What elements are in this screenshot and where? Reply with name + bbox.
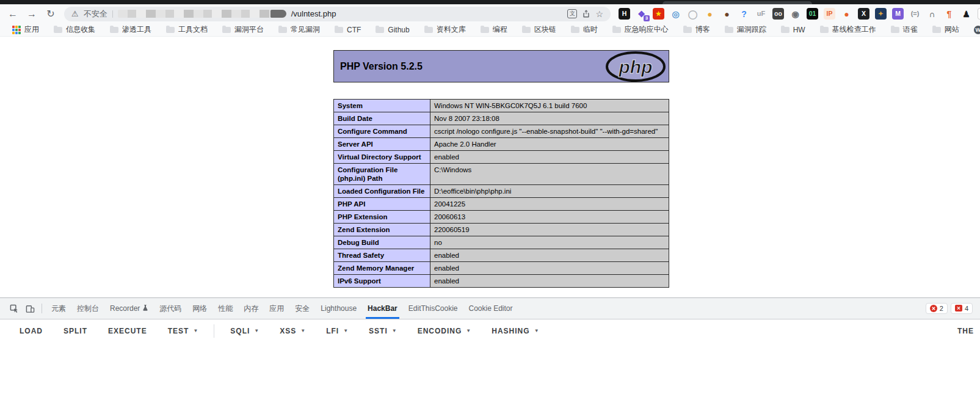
bookmark-item[interactable]: 渗透工具	[103, 24, 159, 35]
devtools-tab-recorder[interactable]: Recorder	[104, 298, 154, 319]
hackbar-item-label: LOAD	[20, 327, 43, 335]
bookmark-label: 区块链	[534, 24, 556, 35]
phpinfo-row-value: C:\Windows	[430, 164, 669, 185]
phpinfo-row-value: 20041225	[430, 198, 669, 211]
hackbar-item-label: HASHING	[492, 327, 529, 335]
back-icon[interactable]: ←	[7, 9, 18, 20]
bookmark-item[interactable]: 资料文库	[417, 24, 473, 35]
h-extension-icon[interactable]: H	[619, 8, 630, 20]
ring-extension-icon[interactable]: ◯	[687, 8, 699, 20]
phpinfo-row-value: Nov 8 2007 23:18:08	[430, 112, 669, 125]
pilcrow-proxy-extension-icon[interactable]: ¶	[943, 8, 955, 20]
devtools-tab-editthiscookie[interactable]: EditThisCookie	[403, 298, 463, 319]
mail-extension-icon[interactable]: M	[892, 8, 904, 20]
devtools-tab-控制台[interactable]: 控制台	[71, 298, 104, 319]
ip-extension-icon[interactable]: IP	[824, 8, 835, 20]
hackbar-test-menu[interactable]: TEST▼	[168, 327, 198, 335]
bookmark-item[interactable]: 信息收集	[46, 24, 103, 35]
figure-extension-icon[interactable]: ♙	[978, 8, 980, 20]
hackbar-split-button[interactable]: SPLIT	[64, 327, 87, 335]
hackbar-sqli-menu[interactable]: SQLI▼	[230, 327, 259, 335]
devtools-tab-内存[interactable]: 内存	[238, 298, 264, 319]
binary-extension-icon[interactable]: 01	[807, 8, 818, 20]
hackbar-item-label: TEST	[168, 327, 189, 335]
orange-ball-extension-icon[interactable]: ●	[841, 8, 852, 20]
hat-extension-icon[interactable]: ∩	[926, 8, 938, 20]
cn-flag-extension-icon[interactable]: ★	[653, 8, 664, 20]
bookmark-item[interactable]: 基线检查工作	[813, 24, 884, 35]
bookmark-item[interactable]: 网站	[925, 24, 967, 35]
bookmark-item[interactable]: 漏洞平台	[215, 24, 271, 35]
redacted-host-end	[270, 10, 286, 18]
reload-icon[interactable]: ↻	[45, 8, 56, 20]
share-icon[interactable]	[582, 9, 590, 19]
bookmark-item[interactable]: 编程	[473, 24, 515, 35]
uf-extension-icon[interactable]: uF	[755, 8, 767, 20]
devtools-tab-元素[interactable]: 元素	[46, 298, 71, 319]
hackbar-xss-menu[interactable]: XSS▼	[280, 327, 305, 335]
cookie-dark-extension-icon[interactable]: ●	[721, 8, 733, 20]
cookie-light-extension-icon[interactable]: ●	[704, 8, 716, 20]
hackbar-encoding-menu[interactable]: ENCODING▼	[418, 327, 471, 335]
phpinfo-row: Thread Safetyenabled	[334, 249, 669, 262]
devtools-tab-安全[interactable]: 安全	[289, 298, 315, 319]
hackbar-load-button[interactable]: LOAD	[20, 327, 43, 335]
devtools-tab-label: 安全	[295, 304, 310, 314]
layers-extension-icon[interactable]: ❖3	[636, 8, 647, 20]
devtools-tab-label: EditThisCookie	[408, 304, 458, 313]
device-toolbar-icon[interactable]	[22, 304, 38, 313]
folder-icon	[335, 27, 343, 33]
devtools-tab-cookie-editor[interactable]: Cookie Editor	[463, 298, 518, 319]
folder-icon	[376, 27, 384, 33]
issues-badge[interactable]: 4	[951, 303, 973, 314]
bookmark-item[interactable]: 应用	[5, 24, 46, 35]
hackbar-hashing-menu[interactable]: HASHING▼	[492, 327, 539, 335]
bookmark-item[interactable]: Github	[368, 26, 416, 34]
bookmark-star-icon[interactable]: ☆	[595, 10, 603, 18]
bookmark-item[interactable]: 应急响应中心	[605, 24, 676, 35]
devtools-tab-性能[interactable]: 性能	[212, 298, 238, 319]
question-extension-icon[interactable]: ?	[738, 8, 750, 20]
bookmark-item[interactable]: CTF	[327, 26, 368, 34]
devtools-tab-源代码[interactable]: 源代码	[154, 298, 187, 319]
bookmark-item[interactable]: 语雀	[884, 24, 925, 35]
braces-extension-icon[interactable]: (=)	[909, 8, 921, 20]
folder-icon	[612, 27, 621, 33]
translate-icon[interactable]: 文	[567, 9, 577, 18]
hackbar-item-label: SQLI	[230, 327, 250, 335]
url-bar[interactable]: ⚠ 不安全 /vulntest.php 文 ☆	[64, 7, 611, 21]
devtools-tab-网络[interactable]: 网络	[187, 298, 212, 319]
bookmark-item[interactable]: 常见漏洞	[271, 24, 327, 35]
hackbar-separator	[214, 324, 214, 338]
bookmark-label: 工具文档	[178, 24, 208, 35]
bookmark-item[interactable]: 临时	[564, 24, 605, 35]
inspect-element-icon[interactable]	[6, 304, 22, 313]
forward-icon[interactable]: →	[26, 9, 37, 20]
bookmark-item[interactable]: 区块链	[515, 24, 564, 35]
bookmark-item[interactable]: 工具文档	[159, 24, 215, 35]
php-logo-icon: php	[605, 51, 666, 82]
x-extension-icon[interactable]: X	[858, 8, 869, 20]
bookmark-item[interactable]: 博客	[676, 24, 717, 35]
phpinfo-row-value: Apache 2.0 Handler	[430, 138, 669, 151]
bookmark-item[interactable]: HW	[774, 26, 813, 34]
devtools-tab-应用[interactable]: 应用	[264, 298, 289, 319]
bookmark-item[interactable]: W添加新网址 ‹ PeiQi...	[967, 24, 980, 35]
hackbar-ssti-menu[interactable]: SSTI▼	[369, 327, 397, 335]
devtools-tab-lighthouse[interactable]: Lighthouse	[315, 298, 362, 319]
hackbar-lfi-menu[interactable]: LFI▼	[326, 327, 348, 335]
console-errors-badge[interactable]: 2	[926, 303, 948, 314]
hackbar-execute-button[interactable]: EXECUTE	[108, 327, 147, 335]
hackbar-theme-button[interactable]: THE	[957, 327, 974, 335]
ninja-extension-icon[interactable]: ♟	[960, 8, 972, 20]
devtools-tab-hackbar[interactable]: HackBar	[362, 298, 403, 319]
shield-extension-icon[interactable]: ✦	[875, 8, 887, 20]
pin-extension-icon[interactable]: ◎	[670, 8, 681, 20]
bookmark-item[interactable]: 漏洞跟踪	[717, 24, 774, 35]
devtools-tab-label: 控制台	[77, 304, 99, 314]
spy-glasses-extension-icon[interactable]: oo	[772, 8, 784, 20]
phpinfo-row: Configure Commandcscript /nologo configu…	[334, 125, 669, 138]
phpinfo-row: Configuration File (php.ini) PathC:\Wind…	[334, 164, 669, 185]
bookmark-label: 漏洞平台	[234, 24, 264, 35]
globe-extension-icon[interactable]: ◉	[789, 8, 801, 20]
